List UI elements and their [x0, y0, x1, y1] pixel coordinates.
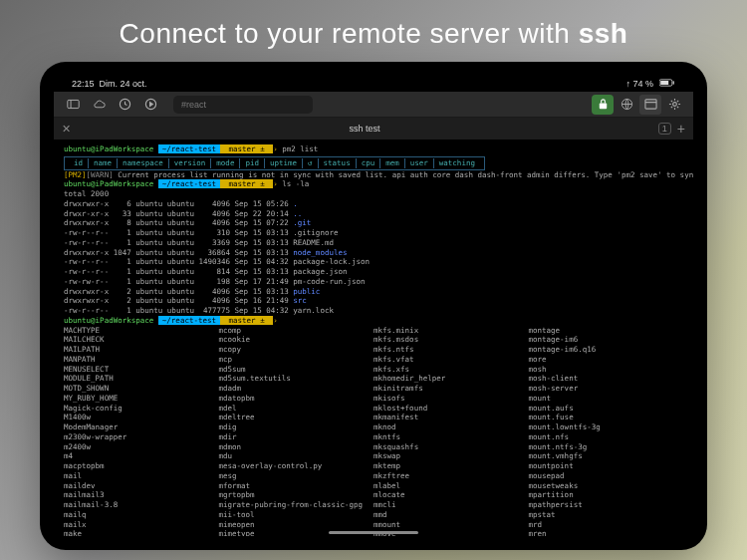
play-button[interactable]: [139, 95, 161, 115]
app-toolbar: #react: [54, 92, 693, 118]
svg-rect-7: [599, 104, 606, 110]
globe-icon[interactable]: [616, 95, 637, 115]
terminal-output[interactable]: ubuntu@iPadWorkspace ~/react-test master…: [54, 140, 693, 536]
clock-icon[interactable]: [114, 95, 135, 115]
window-icon[interactable]: [639, 95, 661, 115]
tab-title[interactable]: ssh test: [77, 124, 652, 134]
ipad-frame: 22:15 Dim. 24 oct. ↑ 74 %: [40, 62, 707, 550]
terminal-tabbar: ✕ ssh test 1 +: [54, 118, 693, 140]
search-field[interactable]: #react: [173, 96, 313, 114]
ipad-screen: 22:15 Dim. 24 oct. ↑ 74 %: [54, 76, 693, 536]
home-indicator[interactable]: [329, 531, 418, 534]
hero-title: Connect to your remote server with ssh: [0, 0, 747, 64]
svg-rect-1: [660, 81, 668, 85]
ios-statusbar: 22:15 Dim. 24 oct. ↑ 74 %: [54, 76, 693, 92]
svg-point-11: [672, 103, 676, 107]
close-tab-button[interactable]: ✕: [62, 123, 71, 136]
tab-count-badge[interactable]: 1: [658, 123, 671, 135]
settings-icon[interactable]: [663, 95, 685, 115]
sidebar-toggle-button[interactable]: [62, 95, 84, 115]
svg-rect-2: [673, 81, 674, 84]
lock-icon[interactable]: [592, 95, 614, 115]
cloud-icon[interactable]: [88, 95, 110, 115]
add-tab-button[interactable]: +: [677, 121, 685, 137]
svg-rect-3: [67, 100, 78, 108]
svg-rect-9: [644, 100, 655, 109]
battery-icon: [659, 79, 675, 89]
